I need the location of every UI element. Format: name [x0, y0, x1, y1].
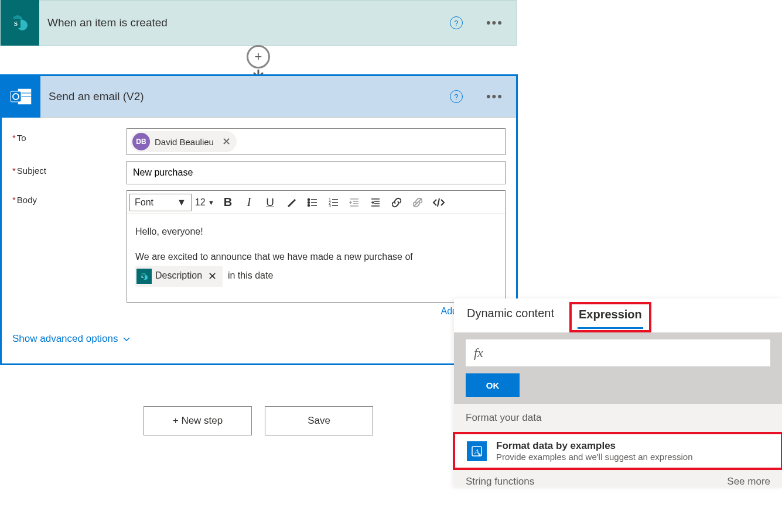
chevron-down-icon	[122, 334, 131, 344]
body-editor: Font▼ 12 ▼ B I U 123 Hello, everyone!	[127, 190, 506, 303]
format-item-subtitle: Provide examples and we'll suggest an ex…	[496, 452, 693, 462]
action-title: Send an email (V2)	[40, 90, 450, 103]
trigger-title: When an item is created	[39, 16, 450, 29]
string-functions-label: String functions	[466, 476, 534, 488]
svg-point-14	[308, 204, 310, 206]
action-header[interactable]: Send an email (V2) ? •••	[2, 76, 516, 118]
outlook-icon	[2, 76, 40, 118]
show-advanced-link[interactable]: Show advanced options	[12, 319, 506, 355]
format-icon: A	[467, 441, 487, 461]
rte-toolbar: Font▼ 12 ▼ B I U 123	[127, 191, 505, 214]
recipient-pill: DB David Beaulieu ✕	[131, 131, 237, 152]
footer-buttons: + New step Save	[144, 406, 373, 435]
help-icon[interactable]: ?	[450, 16, 463, 29]
recipient-name: David Beaulieu	[155, 137, 214, 147]
remove-token-icon[interactable]: ✕	[206, 267, 219, 286]
see-more-link[interactable]: See more	[727, 476, 770, 488]
to-label: *To	[12, 128, 127, 143]
body-label: *Body	[12, 190, 127, 205]
highlight-annotation: Expression	[569, 302, 651, 332]
panel-tabs: Dynamic content Expression	[454, 298, 782, 332]
svg-rect-7	[11, 91, 21, 102]
subject-input[interactable]	[127, 161, 506, 184]
body-text: in this date	[228, 270, 273, 280]
avatar: DB	[132, 133, 150, 150]
format-section-label: Format your data	[454, 404, 782, 432]
format-item-title: Format data by examples	[496, 440, 693, 452]
expression-input[interactable]: fx	[466, 339, 770, 366]
remove-recipient-icon[interactable]: ✕	[222, 135, 231, 148]
sharepoint-icon: S	[136, 269, 152, 284]
code-view-button[interactable]	[429, 194, 449, 211]
tab-dynamic-content[interactable]: Dynamic content	[466, 304, 555, 326]
highlight-annotation: A Format data by examples Provide exampl…	[453, 432, 782, 470]
font-dropdown[interactable]: Font▼	[129, 194, 192, 211]
link-button[interactable]	[387, 194, 407, 211]
svg-text:S: S	[141, 275, 144, 279]
indent-button[interactable]	[366, 194, 385, 211]
help-icon[interactable]: ?	[450, 90, 463, 103]
unlink-button[interactable]	[408, 194, 428, 211]
outdent-button[interactable]	[344, 194, 364, 211]
svg-text:3: 3	[329, 204, 331, 208]
token-label: Description	[155, 267, 202, 284]
new-step-button[interactable]: + New step	[144, 406, 252, 435]
expression-panel: Dynamic content Expression fx OK Format …	[454, 298, 782, 488]
font-size-dropdown[interactable]: 12 ▼	[193, 194, 217, 211]
body-paragraph: We are excited to announce that we have …	[135, 249, 497, 266]
body-paragraph: Hello, everyone!	[135, 224, 497, 241]
action-body: *To DB David Beaulieu ✕ *Subject *Body F…	[2, 118, 516, 363]
fx-icon: fx	[474, 345, 483, 361]
subject-label: *Subject	[12, 161, 127, 176]
tab-expression[interactable]: Expression	[578, 306, 643, 329]
color-button[interactable]	[281, 194, 301, 211]
italic-button[interactable]: I	[239, 194, 259, 211]
more-icon[interactable]: •••	[486, 89, 503, 104]
svg-point-10	[308, 198, 310, 200]
more-icon[interactable]: •••	[486, 15, 503, 30]
trigger-card[interactable]: S When an item is created ? •••	[0, 0, 517, 46]
sharepoint-icon: S	[1, 0, 39, 46]
save-button[interactable]: Save	[265, 406, 373, 435]
underline-button[interactable]: U	[260, 194, 280, 211]
action-card: Send an email (V2) ? ••• *To DB David Be…	[0, 74, 518, 365]
ok-button[interactable]: OK	[466, 373, 520, 397]
add-step-button[interactable]: +	[247, 45, 270, 68]
bold-button[interactable]: B	[218, 194, 238, 211]
add-dynamic-content-link[interactable]: Add dynamic	[12, 303, 506, 319]
body-content[interactable]: Hello, everyone! We are excited to annou…	[127, 214, 505, 302]
number-list-button[interactable]: 123	[323, 194, 343, 211]
svg-point-12	[308, 201, 310, 203]
svg-text:S: S	[14, 20, 18, 27]
dynamic-token[interactable]: S Description ✕	[135, 266, 223, 287]
format-by-examples-item[interactable]: A Format data by examples Provide exampl…	[455, 434, 781, 468]
to-input[interactable]: DB David Beaulieu ✕	[127, 128, 506, 155]
bullet-list-button[interactable]	[302, 194, 322, 211]
